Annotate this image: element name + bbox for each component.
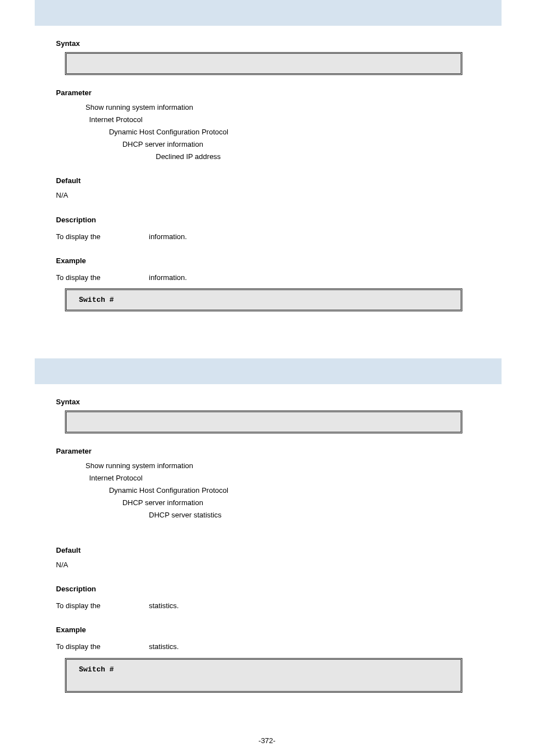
example-label-1: Example	[56, 256, 534, 265]
parameter-list-2: show Show running system information ip …	[56, 460, 534, 521]
param-desc: Show running system information	[86, 103, 193, 111]
param-row: server DHCP server information	[99, 138, 534, 151]
description-text-1: To display the DHCP server information.	[56, 231, 534, 243]
section-heading-1: show ip dhcp server declined-ip	[35, 0, 502, 26]
param-desc: Show running system information	[86, 461, 193, 470]
desc-prefix: To display the	[56, 232, 102, 241]
default-value-2: N/A	[56, 559, 534, 571]
desc-suffix: statistics.	[147, 601, 179, 610]
example-text-2: To display the DHCP server statistics.	[56, 641, 534, 653]
code-prefix: Switch #	[79, 665, 118, 674]
ex-suffix: information.	[147, 273, 187, 282]
param-row: statistics DHCP server statistics	[115, 509, 534, 521]
desc-suffix: information.	[147, 232, 187, 241]
param-desc: Internet Protocol	[89, 115, 142, 124]
description-text-2: To display the DHCP server statistics.	[56, 600, 534, 612]
param-row: dhcp Dynamic Host Configuration Protocol	[90, 126, 534, 138]
param-desc: Dynamic Host Configuration Protocol	[109, 128, 228, 136]
param-row: show Show running system information	[65, 101, 534, 114]
syntax-code-1: show ip dhcp server declined-ip	[65, 52, 462, 75]
param-row: show Show running system information	[65, 460, 534, 472]
code-prefix: Switch #	[79, 296, 118, 304]
syntax-code-2: show ip dhcp server statistics	[65, 410, 462, 433]
example-code-1: Switch # show ip dhcp server declined-ip	[65, 288, 462, 311]
param-desc: DHCP server information	[123, 498, 203, 507]
example-code-2: Switch # show ip dhcp server statistics	[65, 658, 462, 693]
parameter-label-2: Parameter	[56, 447, 534, 455]
page-number: -372-	[0, 736, 534, 745]
param-desc: Declined IP address	[156, 152, 221, 161]
default-value-1: N/A	[56, 189, 534, 202]
param-desc: DHCP server information	[123, 140, 203, 148]
page-container: show ip dhcp server declined-ip Syntax s…	[0, 0, 534, 756]
param-row: server DHCP server information	[99, 497, 534, 509]
ex-prefix: To display the	[56, 273, 102, 282]
syntax-label-2: Syntax	[56, 398, 534, 406]
example-label-2: Example	[56, 626, 534, 634]
example-text-1: To display the DHCP server information.	[56, 272, 534, 284]
desc-prefix: To display the	[56, 601, 102, 610]
param-desc: DHCP server statistics	[149, 511, 222, 519]
description-label-1: Description	[56, 216, 534, 224]
parameter-label-1: Parameter	[56, 88, 534, 97]
default-label-2: Default	[56, 546, 534, 554]
parameter-list-1: show Show running system information ip …	[56, 101, 534, 163]
syntax-label-1: Syntax	[56, 39, 534, 48]
param-row: ip Internet Protocol	[81, 472, 534, 484]
ex-suffix: statistics.	[147, 642, 179, 651]
description-label-2: Description	[56, 585, 534, 593]
section-heading-2: show ip dhcp server statistics	[35, 358, 502, 384]
param-row: ip Internet Protocol	[81, 114, 534, 126]
param-desc: Internet Protocol	[89, 474, 142, 482]
param-row: dhcp Dynamic Host Configuration Protocol	[90, 484, 534, 497]
ex-prefix: To display the	[56, 642, 102, 651]
param-desc: Dynamic Host Configuration Protocol	[109, 486, 228, 494]
default-label-1: Default	[56, 176, 534, 185]
param-row: declined-ip Declined IP address	[115, 151, 534, 163]
